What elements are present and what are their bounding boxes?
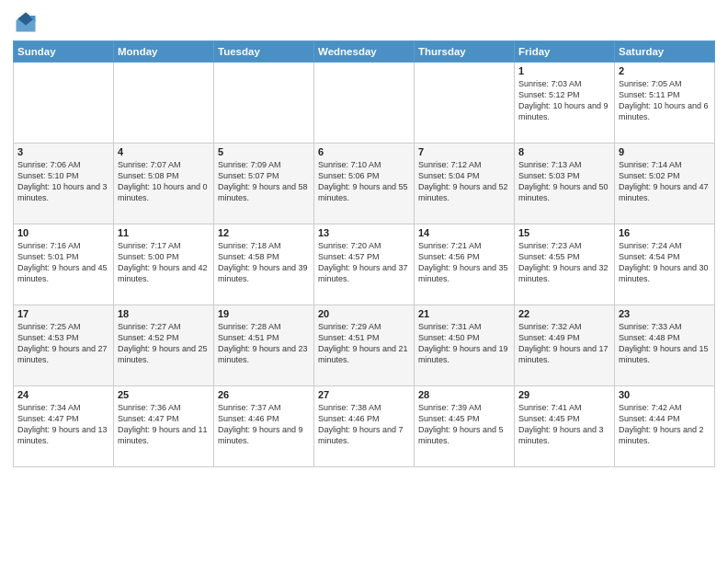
calendar-cell: 27Sunrise: 7:38 AM Sunset: 4:46 PM Dayli… xyxy=(314,386,415,467)
calendar-cell: 29Sunrise: 7:41 AM Sunset: 4:45 PM Dayli… xyxy=(515,386,615,467)
header xyxy=(13,9,715,35)
day-info: Sunrise: 7:25 AM Sunset: 4:53 PM Dayligh… xyxy=(17,321,109,366)
calendar-cell xyxy=(114,63,214,144)
logo-icon xyxy=(13,9,39,35)
day-number: 22 xyxy=(518,308,610,319)
day-number: 11 xyxy=(118,227,210,238)
calendar-cell: 4Sunrise: 7:07 AM Sunset: 5:08 PM Daylig… xyxy=(114,144,214,224)
day-number: 25 xyxy=(118,389,210,400)
page: SundayMondayTuesdayWednesdayThursdayFrid… xyxy=(0,0,728,563)
calendar-cell: 12Sunrise: 7:18 AM Sunset: 4:58 PM Dayli… xyxy=(214,224,314,305)
header-day-sunday: Sunday xyxy=(14,41,114,63)
day-number: 3 xyxy=(17,146,109,157)
calendar-cell: 10Sunrise: 7:16 AM Sunset: 5:01 PM Dayli… xyxy=(14,224,114,305)
calendar-cell xyxy=(314,63,415,144)
day-number: 18 xyxy=(118,308,210,319)
day-info: Sunrise: 7:39 AM Sunset: 4:45 PM Dayligh… xyxy=(418,402,510,447)
calendar-cell: 3Sunrise: 7:06 AM Sunset: 5:10 PM Daylig… xyxy=(14,144,114,224)
calendar-cell: 17Sunrise: 7:25 AM Sunset: 4:53 PM Dayli… xyxy=(14,305,114,386)
day-number: 1 xyxy=(518,65,610,76)
calendar-week-2: 10Sunrise: 7:16 AM Sunset: 5:01 PM Dayli… xyxy=(14,224,715,305)
day-number: 7 xyxy=(418,146,510,157)
header-day-friday: Friday xyxy=(515,41,615,63)
day-number: 5 xyxy=(218,146,310,157)
calendar-cell: 22Sunrise: 7:32 AM Sunset: 4:49 PM Dayli… xyxy=(515,305,615,386)
calendar-week-0: 1Sunrise: 7:03 AM Sunset: 5:12 PM Daylig… xyxy=(14,63,715,144)
calendar-cell xyxy=(214,63,314,144)
day-number: 24 xyxy=(17,389,109,400)
day-number: 21 xyxy=(418,308,510,319)
calendar-cell: 8Sunrise: 7:13 AM Sunset: 5:03 PM Daylig… xyxy=(515,144,615,224)
day-info: Sunrise: 7:42 AM Sunset: 4:44 PM Dayligh… xyxy=(619,402,711,447)
header-row: SundayMondayTuesdayWednesdayThursdayFrid… xyxy=(14,41,715,63)
day-info: Sunrise: 7:14 AM Sunset: 5:02 PM Dayligh… xyxy=(619,159,711,204)
day-number: 17 xyxy=(17,308,109,319)
day-number: 10 xyxy=(17,227,109,238)
day-info: Sunrise: 7:31 AM Sunset: 4:50 PM Dayligh… xyxy=(418,321,510,366)
calendar-cell: 18Sunrise: 7:27 AM Sunset: 4:52 PM Dayli… xyxy=(114,305,214,386)
calendar-cell: 25Sunrise: 7:36 AM Sunset: 4:47 PM Dayli… xyxy=(114,386,214,467)
calendar-cell: 6Sunrise: 7:10 AM Sunset: 5:06 PM Daylig… xyxy=(314,144,415,224)
day-info: Sunrise: 7:05 AM Sunset: 5:11 PM Dayligh… xyxy=(619,78,711,123)
calendar-week-1: 3Sunrise: 7:06 AM Sunset: 5:10 PM Daylig… xyxy=(14,144,715,224)
day-number: 2 xyxy=(619,65,711,76)
day-info: Sunrise: 7:09 AM Sunset: 5:07 PM Dayligh… xyxy=(218,159,310,204)
calendar-cell: 13Sunrise: 7:20 AM Sunset: 4:57 PM Dayli… xyxy=(314,224,415,305)
calendar-cell: 9Sunrise: 7:14 AM Sunset: 5:02 PM Daylig… xyxy=(615,144,715,224)
calendar-cell: 2Sunrise: 7:05 AM Sunset: 5:11 PM Daylig… xyxy=(615,63,715,144)
calendar-cell: 20Sunrise: 7:29 AM Sunset: 4:51 PM Dayli… xyxy=(314,305,415,386)
day-info: Sunrise: 7:33 AM Sunset: 4:48 PM Dayligh… xyxy=(619,321,711,366)
day-info: Sunrise: 7:10 AM Sunset: 5:06 PM Dayligh… xyxy=(318,159,410,204)
calendar-cell: 26Sunrise: 7:37 AM Sunset: 4:46 PM Dayli… xyxy=(214,386,314,467)
day-info: Sunrise: 7:12 AM Sunset: 5:04 PM Dayligh… xyxy=(418,159,510,204)
calendar-cell xyxy=(415,63,515,144)
day-info: Sunrise: 7:18 AM Sunset: 4:58 PM Dayligh… xyxy=(218,240,310,285)
day-info: Sunrise: 7:34 AM Sunset: 4:47 PM Dayligh… xyxy=(17,402,109,447)
calendar-header: SundayMondayTuesdayWednesdayThursdayFrid… xyxy=(14,41,715,63)
day-number: 13 xyxy=(318,227,410,238)
day-number: 23 xyxy=(619,308,711,319)
day-number: 14 xyxy=(418,227,510,238)
calendar-cell: 24Sunrise: 7:34 AM Sunset: 4:47 PM Dayli… xyxy=(14,386,114,467)
day-number: 29 xyxy=(518,389,610,400)
day-number: 12 xyxy=(218,227,310,238)
header-day-thursday: Thursday xyxy=(415,41,515,63)
calendar-cell: 14Sunrise: 7:21 AM Sunset: 4:56 PM Dayli… xyxy=(415,224,515,305)
calendar-cell: 23Sunrise: 7:33 AM Sunset: 4:48 PM Dayli… xyxy=(615,305,715,386)
calendar-cell: 1Sunrise: 7:03 AM Sunset: 5:12 PM Daylig… xyxy=(515,63,615,144)
day-info: Sunrise: 7:03 AM Sunset: 5:12 PM Dayligh… xyxy=(518,78,610,123)
day-info: Sunrise: 7:36 AM Sunset: 4:47 PM Dayligh… xyxy=(118,402,210,447)
day-info: Sunrise: 7:16 AM Sunset: 5:01 PM Dayligh… xyxy=(17,240,109,285)
day-number: 28 xyxy=(418,389,510,400)
calendar-cell: 7Sunrise: 7:12 AM Sunset: 5:04 PM Daylig… xyxy=(415,144,515,224)
calendar-cell: 19Sunrise: 7:28 AM Sunset: 4:51 PM Dayli… xyxy=(214,305,314,386)
day-info: Sunrise: 7:21 AM Sunset: 4:56 PM Dayligh… xyxy=(418,240,510,285)
header-day-tuesday: Tuesday xyxy=(214,41,314,63)
day-number: 19 xyxy=(218,308,310,319)
day-info: Sunrise: 7:32 AM Sunset: 4:49 PM Dayligh… xyxy=(518,321,610,366)
day-number: 27 xyxy=(318,389,410,400)
day-number: 30 xyxy=(619,389,711,400)
calendar-week-4: 24Sunrise: 7:34 AM Sunset: 4:47 PM Dayli… xyxy=(14,386,715,467)
day-number: 15 xyxy=(518,227,610,238)
day-number: 20 xyxy=(318,308,410,319)
header-day-wednesday: Wednesday xyxy=(314,41,415,63)
day-info: Sunrise: 7:06 AM Sunset: 5:10 PM Dayligh… xyxy=(17,159,109,204)
header-day-monday: Monday xyxy=(114,41,214,63)
day-info: Sunrise: 7:24 AM Sunset: 4:54 PM Dayligh… xyxy=(619,240,711,285)
calendar-week-3: 17Sunrise: 7:25 AM Sunset: 4:53 PM Dayli… xyxy=(14,305,715,386)
day-info: Sunrise: 7:28 AM Sunset: 4:51 PM Dayligh… xyxy=(218,321,310,366)
calendar-body: 1Sunrise: 7:03 AM Sunset: 5:12 PM Daylig… xyxy=(14,63,715,467)
calendar-cell: 5Sunrise: 7:09 AM Sunset: 5:07 PM Daylig… xyxy=(214,144,314,224)
day-info: Sunrise: 7:37 AM Sunset: 4:46 PM Dayligh… xyxy=(218,402,310,447)
day-number: 26 xyxy=(218,389,310,400)
calendar-cell xyxy=(14,63,114,144)
calendar-cell: 11Sunrise: 7:17 AM Sunset: 5:00 PM Dayli… xyxy=(114,224,214,305)
day-info: Sunrise: 7:29 AM Sunset: 4:51 PM Dayligh… xyxy=(318,321,410,366)
day-info: Sunrise: 7:27 AM Sunset: 4:52 PM Dayligh… xyxy=(118,321,210,366)
day-info: Sunrise: 7:07 AM Sunset: 5:08 PM Dayligh… xyxy=(118,159,210,204)
header-day-saturday: Saturday xyxy=(615,41,715,63)
day-number: 4 xyxy=(118,146,210,157)
day-info: Sunrise: 7:20 AM Sunset: 4:57 PM Dayligh… xyxy=(318,240,410,285)
day-info: Sunrise: 7:41 AM Sunset: 4:45 PM Dayligh… xyxy=(518,402,610,447)
